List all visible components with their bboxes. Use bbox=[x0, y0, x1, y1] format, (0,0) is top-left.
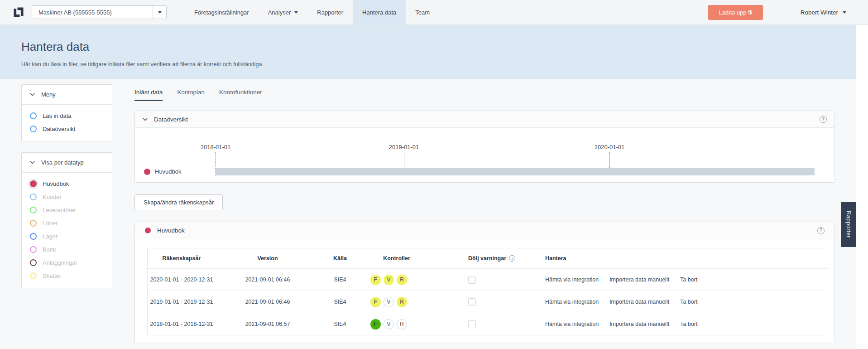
nav-label: Rapporter bbox=[317, 9, 343, 16]
datatype-item-lager[interactable]: Lager bbox=[22, 230, 112, 243]
timeline-date: 2020-01-01 bbox=[595, 144, 625, 150]
source-cell: SIE4 bbox=[320, 276, 360, 283]
col-hide-warnings: Dölj varningar i bbox=[433, 255, 542, 262]
col-controls: Kontroller bbox=[360, 255, 433, 262]
page-subtitle: Här kan du läsa in filer, se tidigare in… bbox=[21, 61, 264, 68]
caret-down-icon bbox=[294, 11, 298, 14]
help-icon[interactable]: ? bbox=[820, 116, 827, 123]
hide-warnings-checkbox[interactable] bbox=[468, 320, 476, 328]
datatype-radio-icon[interactable] bbox=[30, 180, 37, 187]
ledger-table: Räkenskapsår Version Källa Kontroller Dö… bbox=[147, 248, 828, 335]
action-import-manually[interactable]: Importera data manuellt bbox=[609, 321, 669, 327]
datatype-item-label: Lager bbox=[43, 233, 58, 240]
version-cell: 2021-09-01 06:57 bbox=[216, 321, 320, 327]
datatype-radio-icon[interactable] bbox=[30, 207, 37, 213]
action-delete[interactable]: Ta bort bbox=[680, 276, 697, 283]
table-row: 2018-01-01 - 2018-12-312021-09-01 06:57S… bbox=[148, 313, 828, 335]
datatype-item-bank[interactable]: Bank bbox=[22, 243, 112, 256]
datatype-item-leverantörer[interactable]: Leverantörer bbox=[22, 204, 112, 217]
action-import-manually[interactable]: Importera data manuellt bbox=[609, 299, 669, 305]
controls-cell: FVR bbox=[360, 297, 433, 307]
control-badge-v[interactable]: V bbox=[384, 297, 394, 307]
action-import-manually[interactable]: Importera data manuellt bbox=[609, 276, 669, 283]
action-fetch-via-integration[interactable]: Hämta via integration bbox=[545, 321, 599, 327]
tab-account-functions[interactable]: Kontofunktioner bbox=[219, 89, 262, 101]
timeline-gridline bbox=[404, 152, 404, 168]
datatype-radio-icon[interactable] bbox=[30, 220, 37, 227]
menu-item-read-data[interactable]: Läs in data bbox=[22, 109, 112, 122]
action-delete[interactable]: Ta bort bbox=[680, 321, 697, 327]
chevron-down-icon bbox=[30, 93, 35, 96]
control-badge-f[interactable]: F bbox=[370, 319, 381, 330]
datatype-item-huvudbok[interactable]: Huvudbok bbox=[22, 177, 112, 190]
control-badge-r[interactable]: R bbox=[397, 275, 407, 285]
company-selector-dropdown-button[interactable] bbox=[153, 6, 166, 19]
control-badge-f[interactable]: F bbox=[370, 297, 381, 307]
nav-item-reports[interactable]: Rapporter bbox=[307, 0, 353, 24]
datatype-item-label: Kunder bbox=[43, 194, 62, 200]
tab-read-data[interactable]: Inläst data bbox=[134, 89, 163, 101]
datatype-radio-icon[interactable] bbox=[30, 259, 37, 266]
nav-item-manage-data[interactable]: Hantera data bbox=[353, 0, 406, 24]
datatype-radio-icon[interactable] bbox=[30, 194, 37, 200]
datatype-panel-title: Visa per datatyp bbox=[41, 159, 84, 166]
control-badge-r[interactable]: R bbox=[397, 319, 407, 330]
help-icon[interactable]: ? bbox=[817, 227, 825, 234]
timeline: 2018-01-01 2019-01-01 2020-01-01 Huvudbo… bbox=[135, 128, 834, 183]
datatype-radio-icon[interactable] bbox=[30, 233, 37, 240]
controls-cell: FVR bbox=[360, 319, 433, 330]
data-overview-header[interactable]: Dataöversikt ? bbox=[135, 111, 834, 128]
datatype-radio-icon[interactable] bbox=[30, 246, 37, 253]
hide-warnings-checkbox[interactable] bbox=[468, 276, 476, 284]
control-badge-v[interactable]: V bbox=[384, 319, 394, 330]
control-badge-f[interactable]: F bbox=[370, 275, 381, 285]
reports-side-tab[interactable]: Rapporter bbox=[841, 202, 856, 247]
tab-chart-of-accounts[interactable]: Kontoplan bbox=[177, 89, 205, 101]
control-badge-v[interactable]: V bbox=[384, 275, 394, 285]
control-badge-r[interactable]: R bbox=[397, 297, 407, 307]
create-fiscal-year-button[interactable]: Skapa/ändra räkenskapsår bbox=[134, 194, 223, 210]
version-cell: 2021-09-01 06:46 bbox=[216, 299, 320, 305]
company-selector-value: Maskiner AB (555555-5555) bbox=[32, 9, 153, 16]
col-source: Källa bbox=[320, 255, 360, 262]
action-fetch-via-integration[interactable]: Hämta via integration bbox=[545, 299, 599, 305]
timeline-date: 2018-01-01 bbox=[201, 144, 231, 150]
menu-panel-header[interactable]: Meny bbox=[22, 85, 112, 105]
actions-cell: Hämta via integrationImportera data manu… bbox=[542, 299, 828, 305]
right-panel-strip bbox=[856, 25, 868, 349]
nav-item-company-settings[interactable]: Företagsinställningar bbox=[185, 0, 259, 24]
app-logo-icon bbox=[13, 6, 24, 18]
menu-item-data-overview[interactable]: Dataöversikt bbox=[22, 122, 112, 136]
company-selector[interactable]: Maskiner AB (555555-5555) bbox=[32, 5, 167, 19]
radio-icon[interactable] bbox=[30, 112, 37, 119]
nav-item-analyses[interactable]: Analyser bbox=[259, 0, 308, 24]
datatype-item-anläggningar[interactable]: Anläggningar bbox=[22, 256, 112, 269]
datatype-radio-icon[interactable] bbox=[30, 272, 37, 279]
user-menu[interactable]: Robert Winter bbox=[801, 9, 846, 16]
data-overview-title: Dataöversikt bbox=[154, 116, 188, 123]
actions-cell: Hämta via integrationImportera data manu… bbox=[542, 276, 828, 283]
action-delete[interactable]: Ta bort bbox=[680, 299, 697, 305]
datatype-item-kunder[interactable]: Kunder bbox=[22, 190, 112, 204]
nav-label: Företagsinställningar bbox=[194, 9, 249, 16]
chevron-down-icon bbox=[30, 161, 35, 164]
nav-label: Hantera data bbox=[362, 9, 396, 16]
series-dot-icon bbox=[144, 169, 150, 175]
chevron-down-icon bbox=[143, 118, 148, 121]
content-tabs: Inläst data Kontoplan Kontofunktioner bbox=[134, 89, 262, 101]
source-cell: SIE4 bbox=[320, 299, 360, 305]
radio-icon[interactable] bbox=[30, 126, 37, 132]
upload-file-button[interactable]: Ladda upp fil bbox=[708, 5, 762, 20]
datatype-item-skatter[interactable]: Skatter bbox=[22, 269, 112, 282]
timeline-gridline bbox=[609, 152, 610, 168]
ledger-table-body: 2020-01-01 - 2020-12-312021-09-01 06:46S… bbox=[148, 268, 828, 335]
datatype-item-löner[interactable]: Löner bbox=[22, 217, 112, 230]
series-label: Huvudbok bbox=[155, 168, 182, 175]
datatype-panel-header[interactable]: Visa per datatyp bbox=[22, 153, 112, 173]
datatype-item-label: Skatter bbox=[43, 272, 61, 279]
nav-item-team[interactable]: Team bbox=[406, 0, 439, 24]
menu-panel: Meny Läs in data Dataöversikt bbox=[21, 84, 112, 141]
action-fetch-via-integration[interactable]: Hämta via integration bbox=[545, 276, 599, 283]
hide-warnings-checkbox[interactable] bbox=[468, 298, 476, 306]
info-icon[interactable]: i bbox=[509, 255, 515, 262]
